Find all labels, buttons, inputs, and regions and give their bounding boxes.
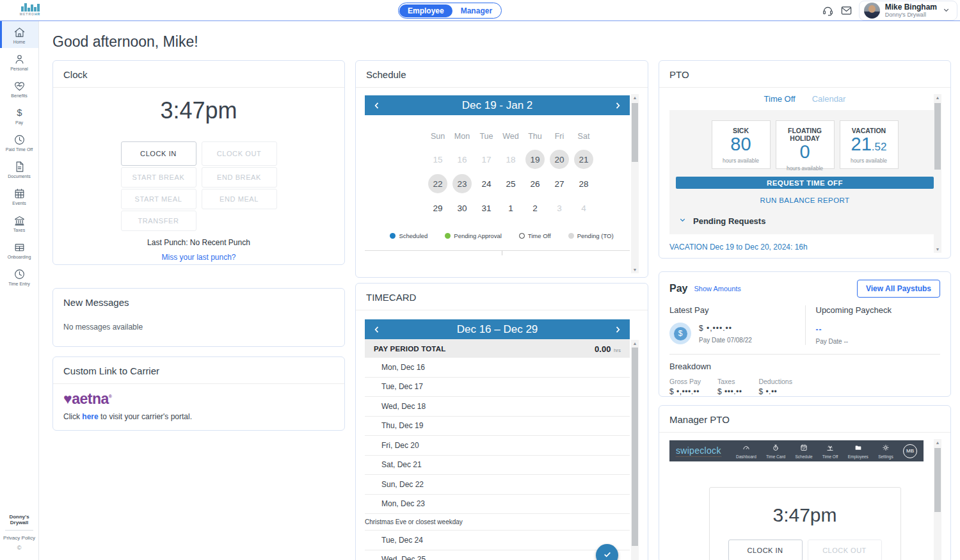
swipeclock-nav-employees[interactable]: Employees [848, 443, 868, 459]
support-headset-icon[interactable] [822, 4, 835, 17]
swipeclock-nav-time-card[interactable]: Time Card [766, 443, 785, 459]
svg-text:$: $ [17, 108, 22, 118]
pto-scrollbar[interactable]: ▲ ▼ [934, 94, 941, 253]
calendar-day-31[interactable]: 31 [477, 198, 496, 218]
clock-in-button[interactable]: CLOCK IN [121, 141, 196, 166]
sidebar-item-taxes[interactable]: Taxes [0, 209, 38, 236]
swipeclock-avatar[interactable]: MB [903, 444, 917, 458]
calendar-day-22[interactable]: 22 [428, 174, 447, 193]
timecard-day-row[interactable]: Sun, Dec 22 [365, 475, 630, 495]
timecard-day-row[interactable]: Sat, Dec 21 [365, 456, 630, 476]
user-menu[interactable]: Mike Bingham Donny's Drywall [859, 1, 957, 20]
sidebar-item-benefits[interactable]: Benefits [0, 75, 38, 102]
sidebar-item-label: Events [1, 201, 37, 205]
calendar-day-27[interactable]: 27 [550, 174, 569, 193]
pending-request-item[interactable]: VACATION Dec 19 to Dec 20, 2024: 16h [669, 243, 940, 252]
calendar-legend: ScheduledPending ApprovalTime OffPending… [356, 232, 648, 239]
calendar-day-26[interactable]: 26 [525, 174, 545, 193]
swipeclock-clock-out-button[interactable]: CLOCK OUT [808, 540, 882, 560]
calendar-day-24[interactable]: 24 [477, 174, 496, 193]
sidebar-item-personal[interactable]: Personal [0, 48, 38, 75]
swipeclock-nav-settings[interactable]: Settings [878, 443, 893, 459]
start-meal-button[interactable]: START MEAL [121, 189, 196, 209]
sidebar-item-time-entry[interactable]: Time Entry [0, 263, 38, 290]
timecard-day-row[interactable]: Tue, Dec 24 [365, 531, 630, 550]
weekday-label: Wed [499, 132, 523, 141]
miss-punch-link[interactable]: Miss your last punch? [53, 253, 344, 262]
calendar-day-30[interactable]: 30 [452, 198, 472, 218]
timecard-day-row[interactable]: Mon, Dec 23 [365, 495, 630, 515]
schedule-scrollbar[interactable]: ▲ ▼ [631, 94, 639, 273]
pending-requests-toggle[interactable]: Pending Requests [676, 215, 934, 227]
swipeclock-nav-schedule[interactable]: Schedule [795, 443, 812, 459]
end-meal-button[interactable]: END MEAL [202, 189, 277, 209]
run-balance-report-link[interactable]: RUN BALANCE REPORT [676, 196, 934, 204]
upcoming-paycheck-amount: -- [816, 325, 941, 334]
end-break-button[interactable]: END BREAK [202, 167, 277, 188]
timecard-scrollbar[interactable]: ▲ [631, 340, 639, 560]
clock-out-button[interactable]: CLOCK OUT [202, 141, 277, 166]
swipeclock-nav-time-off[interactable]: Time Off [822, 443, 838, 459]
carrier-here-link[interactable]: here [82, 412, 98, 421]
timecard-day-row[interactable]: Fri, Dec 20 [365, 436, 630, 456]
calendar-day-4[interactable]: 4 [574, 198, 593, 218]
calendar-day-28[interactable]: 28 [574, 174, 593, 193]
timecard-next-icon[interactable] [613, 325, 622, 334]
sidebar-item-home[interactable]: Home [0, 21, 38, 48]
weekday-label: Fri [547, 132, 572, 141]
timecard-day-row[interactable]: Wed, Dec 25 [365, 550, 630, 560]
request-time-off-button[interactable]: REQUEST TIME OFF [676, 177, 934, 189]
timecard-day-row[interactable]: Thu, Dec 19 [365, 417, 630, 436]
sidebar-item-pay[interactable]: $Pay [0, 102, 38, 129]
messages-envelope-icon[interactable] [840, 4, 853, 17]
sidebar-item-paid-time-off[interactable]: Paid Time Off [0, 129, 38, 156]
calendar-day-2[interactable]: 2 [525, 198, 545, 218]
timecard-day-row[interactable]: Wed, Dec 18 [365, 397, 630, 417]
calendar-day-18[interactable]: 18 [501, 150, 520, 169]
sidebar-item-documents[interactable]: Documents [0, 156, 38, 182]
calendar-day-1[interactable]: 1 [501, 198, 520, 218]
calendar-icon [1, 187, 37, 200]
calendar-day-15[interactable]: 15 [428, 150, 447, 169]
calendar-day-3[interactable]: 3 [550, 198, 569, 218]
calendar-day-16[interactable]: 16 [452, 150, 472, 169]
schedule-next-icon[interactable] [613, 101, 622, 110]
table-icon [1, 241, 37, 254]
pto-balances-panel: SICK80hours availableFLOATING HOLIDAY0ho… [669, 110, 940, 234]
timecard-day-row[interactable]: Mon, Dec 16 [365, 358, 630, 378]
schedule-prev-icon[interactable] [372, 101, 381, 110]
view-all-paystubs-button[interactable]: View All Paystubs [857, 280, 940, 298]
transfer-button[interactable]: TRANSFER [121, 211, 196, 231]
aetna-logo[interactable]: ♥aetna® [53, 384, 344, 408]
privacy-policy-link[interactable]: Privacy Policy [0, 535, 38, 541]
messages-empty-text: No messages available [53, 315, 344, 332]
start-break-button[interactable]: START BREAK [121, 167, 196, 188]
legend-item: Pending Approval [445, 232, 501, 239]
tab-calendar[interactable]: Calendar [812, 94, 846, 104]
swipeclock-nav-dashboard[interactable]: Dashboard [736, 443, 756, 459]
metrohr-logo[interactable]: METROHR [16, 2, 44, 16]
timecard-prev-icon[interactable] [372, 325, 381, 334]
timecard-day-row[interactable]: Tue, Dec 17 [365, 378, 630, 397]
swipeclock-logo[interactable]: swipeclock [676, 445, 721, 457]
chevron-down-icon [678, 215, 687, 227]
calendar-day-23[interactable]: 23 [452, 174, 472, 193]
calendar-day-21[interactable]: 21 [574, 150, 593, 169]
calendar-day-17[interactable]: 17 [477, 150, 496, 169]
calendar-day-25[interactable]: 25 [501, 174, 520, 193]
latest-pay-amount: $ •,•••.•• [699, 324, 752, 333]
calendar-day: 3 [547, 196, 572, 220]
calendar-day-29[interactable]: 29 [428, 198, 447, 218]
calendar-day-19[interactable]: 19 [525, 150, 545, 169]
sidebar-item-events[interactable]: Events [0, 182, 38, 209]
sidebar-item-label: Documents [1, 174, 37, 179]
toggle-employee[interactable]: Employee [399, 4, 452, 17]
manager-pto-scrollbar[interactable]: ▲ [934, 439, 941, 560]
swipeclock-clock-in-button[interactable]: CLOCK IN [728, 540, 803, 560]
tab-time-off[interactable]: Time Off [764, 94, 796, 104]
toggle-manager[interactable]: Manager [452, 4, 500, 17]
calendar-day: 20 [547, 147, 572, 172]
sidebar-item-onboarding[interactable]: Onboarding [0, 236, 38, 263]
calendar-day-20[interactable]: 20 [550, 150, 569, 169]
show-amounts-link[interactable]: Show Amounts [694, 285, 740, 292]
